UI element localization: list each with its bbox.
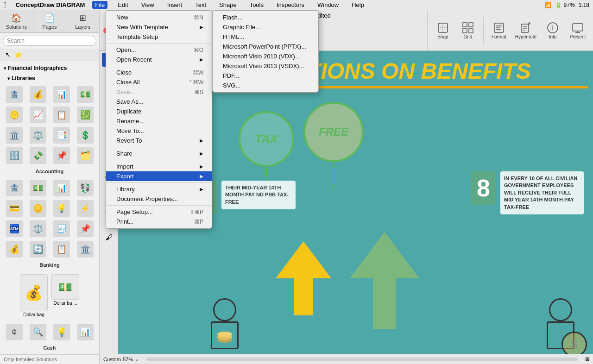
icon-cell[interactable]: 💰 bbox=[3, 240, 25, 259]
view-menu-item[interactable]: View bbox=[139, 1, 157, 9]
icon-cell[interactable]: 💵 bbox=[26, 179, 49, 198]
icon-cell[interactable]: ⚡ bbox=[74, 199, 96, 219]
menu-item-move-to[interactable]: Move To... bbox=[106, 126, 212, 136]
menu-item-share[interactable]: Share ▶ bbox=[106, 149, 212, 158]
window-menu-item[interactable]: Window bbox=[315, 1, 341, 9]
menu-item-revert-to[interactable]: Revert To ▶ bbox=[106, 136, 212, 145]
export-vsdx[interactable]: Microsoft Visio 2013 (VSDX)... bbox=[213, 61, 318, 71]
export-flash[interactable]: Flash... bbox=[213, 13, 318, 22]
sidebar-tab-pages[interactable]: 📄 Pages bbox=[33, 10, 67, 32]
icon-cell[interactable]: 💸 bbox=[26, 146, 49, 166]
icon-cell[interactable]: 📈 bbox=[26, 106, 49, 125]
snap-button[interactable]: Snap bbox=[431, 19, 454, 41]
export-graphic-file[interactable]: Graphic File... bbox=[213, 22, 318, 32]
icon-cell[interactable]: 💱 bbox=[74, 179, 96, 198]
grid-label: Grid bbox=[463, 34, 472, 39]
menu-item-save[interactable]: Save... ⌘S bbox=[106, 87, 212, 97]
export-vdx[interactable]: Microsoft Visio 2010 (VDX)... bbox=[213, 51, 318, 61]
icon-cell[interactable]: 🗂️ bbox=[74, 146, 96, 166]
menu-item-open[interactable]: Open... ⌘O bbox=[106, 45, 212, 55]
export-html[interactable]: HTML... bbox=[213, 32, 318, 42]
dollar-ba-item[interactable]: 💵 Dollar ba ... bbox=[51, 274, 79, 317]
icon-cell[interactable]: 📑 bbox=[50, 126, 73, 145]
icon-cell[interactable]: 🏧 bbox=[3, 220, 25, 239]
text-menu-item[interactable]: Text bbox=[192, 1, 209, 9]
menu-item-library[interactable]: Library ▶ bbox=[106, 184, 212, 194]
icon-cell[interactable]: 🔍 bbox=[26, 323, 49, 342]
menu-item-new-template[interactable]: New With Template ▶ bbox=[106, 22, 212, 32]
export-pptx-label: Microsoft PowerPoint (PPTX)... bbox=[223, 43, 306, 50]
menu-item-export[interactable]: Export ▶ bbox=[106, 171, 212, 181]
menu-item-save-as[interactable]: Save As... bbox=[106, 97, 212, 107]
dollar-bag-item[interactable]: 💰 Dollar bag bbox=[20, 274, 48, 317]
icon-cell[interactable]: 🔢 bbox=[3, 146, 25, 166]
menu-item-new[interactable]: New ⌘N bbox=[106, 13, 212, 22]
icon-cell[interactable]: ⚖️ bbox=[26, 220, 49, 239]
icon-cell[interactable]: 🪙 bbox=[26, 199, 49, 219]
menu-item-document-properties[interactable]: Document Properties... bbox=[106, 194, 212, 204]
app-name[interactable]: ConceptDraw DIAGRAM bbox=[16, 1, 85, 8]
hypernote-button[interactable]: Hypernote bbox=[512, 19, 539, 41]
insert-menu-item[interactable]: Insert bbox=[164, 1, 185, 9]
search-input[interactable] bbox=[3, 36, 96, 46]
icon-cell[interactable]: 💡 bbox=[50, 323, 73, 342]
libraries-header[interactable]: Libraries bbox=[2, 73, 97, 83]
zoom-control[interactable]: Custom 57% ⌄ bbox=[103, 356, 139, 362]
icon-cell[interactable]: 🪙 bbox=[3, 106, 25, 125]
resize-handle-icon[interactable]: ⊠ bbox=[585, 356, 589, 362]
help-menu-item[interactable]: Help bbox=[349, 1, 367, 9]
export-pdf[interactable]: PDF... bbox=[213, 71, 318, 81]
tools-menu-item[interactable]: Tools bbox=[247, 1, 266, 9]
info-button[interactable]: i Info bbox=[541, 19, 564, 41]
icon-cell[interactable]: 💲 bbox=[74, 126, 96, 145]
icon-cell[interactable]: 💰 bbox=[26, 85, 49, 105]
icon-cell[interactable]: 📊 bbox=[74, 323, 96, 342]
icon-cell[interactable]: 📌 bbox=[50, 146, 73, 166]
present-button[interactable]: Present bbox=[566, 19, 589, 41]
icon-cell[interactable]: 📋 bbox=[50, 240, 73, 259]
zoom-dropdown-icon[interactable]: ⌄ bbox=[135, 356, 139, 362]
financial-infographics-header[interactable]: Financial Infographics bbox=[2, 63, 97, 73]
menu-item-rename[interactable]: Rename... bbox=[106, 116, 212, 126]
icon-cell[interactable]: 📊 bbox=[50, 85, 73, 105]
icon-cell[interactable]: 📌 bbox=[74, 220, 96, 239]
edit-menu-item[interactable]: Edit bbox=[115, 1, 131, 9]
menu-item-close-all[interactable]: Close All ⌃⌘W bbox=[106, 77, 212, 87]
sidebar-tool-star[interactable]: ⭐ bbox=[13, 50, 23, 60]
apple-menu[interactable]:  bbox=[4, 1, 6, 9]
icon-cell[interactable]: 🔄 bbox=[26, 240, 49, 259]
icon-cell[interactable]: 💹 bbox=[74, 106, 96, 125]
icon-cell[interactable]: ¢ bbox=[3, 323, 25, 342]
icon-cell[interactable]: 📋 bbox=[50, 106, 73, 125]
icon-cell[interactable]: 🏛️ bbox=[3, 126, 25, 145]
sidebar-tool-arrow[interactable]: ↖ bbox=[3, 50, 13, 60]
icon-cell[interactable]: 🧾 bbox=[50, 220, 73, 239]
horizontal-scrollbar[interactable] bbox=[146, 358, 578, 361]
menu-item-template-setup[interactable]: Template Setup bbox=[106, 32, 212, 42]
icon-cell[interactable]: 🏦 bbox=[3, 85, 25, 105]
icon-cell[interactable]: 💳 bbox=[3, 199, 25, 219]
file-menu-item[interactable]: File bbox=[92, 1, 107, 9]
pages-icon: 📄 bbox=[44, 13, 55, 23]
grid-button[interactable]: Grid bbox=[456, 19, 479, 41]
format-button[interactable]: Format bbox=[487, 19, 511, 41]
icon-cell[interactable]: 💡 bbox=[50, 199, 73, 219]
brush-tool[interactable]: 🖌 bbox=[102, 231, 116, 245]
menu-item-page-setup[interactable]: Page Setup... ⇧⌘P bbox=[106, 207, 212, 217]
menu-item-duplicate[interactable]: Duplicate bbox=[106, 107, 212, 116]
sidebar-tab-layers[interactable]: ⊞ Layers bbox=[66, 10, 99, 32]
icon-cell[interactable]: 🏦 bbox=[3, 179, 25, 198]
icon-cell[interactable]: ⚖️ bbox=[26, 126, 49, 145]
sidebar-tab-solutions[interactable]: 🏠 Solutions bbox=[0, 10, 33, 32]
export-svg[interactable]: SVG... bbox=[213, 81, 318, 90]
icon-cell[interactable]: 📊 bbox=[50, 179, 73, 198]
menu-item-close[interactable]: Close ⌘W bbox=[106, 68, 212, 77]
shape-menu-item[interactable]: Shape bbox=[216, 1, 240, 9]
menu-item-import[interactable]: Import ▶ bbox=[106, 162, 212, 171]
menu-item-open-recent[interactable]: Open Recent ▶ bbox=[106, 55, 212, 64]
icon-cell[interactable]: 🏛️ bbox=[74, 240, 96, 259]
icon-cell[interactable]: 💵 bbox=[74, 85, 96, 105]
menu-item-print[interactable]: Print... ⌘P bbox=[106, 217, 212, 226]
export-pptx[interactable]: Microsoft PowerPoint (PPTX)... bbox=[213, 42, 318, 51]
inspectors-menu-item[interactable]: Inspectors bbox=[274, 1, 307, 9]
